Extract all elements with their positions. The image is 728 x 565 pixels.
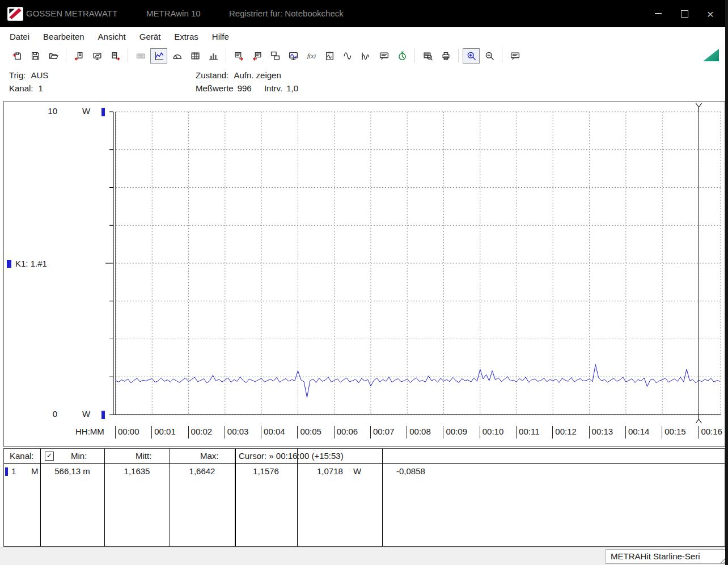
wave2-icon	[361, 51, 371, 61]
signal-zoom-button[interactable]	[339, 48, 356, 64]
y-min-label: 0	[39, 409, 57, 419]
title-bar[interactable]: GOSSEN METRAWATT METRAwin 10 Registriert…	[0, 0, 728, 27]
x-tick-label: 00:06	[334, 426, 358, 438]
menu-item-bearbeiten[interactable]: Bearbeiten	[36, 29, 91, 44]
y-max-label: 10	[39, 106, 57, 116]
x-tick-label: 00:15	[662, 426, 686, 438]
kanal-value: 1	[39, 83, 43, 93]
menu-item-extras[interactable]: Extras	[167, 29, 205, 44]
x-axis-labels: HH:MM 00:0000:0100:0200:0300:0400:0500:0…	[4, 425, 725, 440]
row-mode: M	[31, 466, 39, 476]
x-tick-label: 00:05	[297, 426, 321, 438]
trig-value: AUS	[31, 70, 48, 80]
header-divider	[4, 463, 725, 464]
registration-text: Registriert für: Notebookcheck	[229, 9, 344, 18]
linechart-icon	[154, 51, 164, 61]
x-tick-label: 00:16	[698, 426, 722, 438]
save-file-button[interactable]	[27, 48, 44, 64]
row-mitt: 1,1635	[104, 466, 170, 476]
fx-icon	[307, 51, 316, 61]
table-view-button[interactable]	[187, 48, 204, 64]
header-cursor: Cursor: » 00:16:00 (+15:53)	[239, 451, 344, 461]
toolbar-separator	[458, 49, 459, 62]
menu-item-ansicht[interactable]: Ansicht	[91, 29, 133, 44]
status-bar: METRAHit Starline-Seri	[0, 547, 728, 565]
row-unit: W	[353, 466, 361, 476]
note-icon	[379, 51, 389, 61]
formula-editor-button[interactable]	[303, 48, 320, 64]
open-file-button[interactable]	[45, 48, 62, 64]
win-tile-icon	[270, 51, 280, 61]
row-channel-marker	[5, 467, 8, 476]
close-button[interactable]: ×	[697, 0, 723, 27]
y-unit-top: W	[82, 106, 90, 116]
brand-text: GOSSEN METRAWATT	[26, 9, 117, 18]
toolbar-separator	[414, 49, 415, 62]
keyboard-icon	[136, 51, 146, 61]
import-file-button[interactable]	[9, 48, 26, 64]
import-window-button[interactable]	[248, 48, 265, 64]
status-panel: Trig:AUS Kanal:1 Zustand:Aufn. zeigen Me…	[0, 65, 728, 100]
maximize-button[interactable]	[671, 0, 697, 27]
send-to-device-button[interactable]	[107, 48, 124, 64]
doc-out-icon	[111, 51, 120, 61]
x-tick-label: 00:10	[480, 426, 504, 438]
stats-table: Kanal: ✓ Min: Mitt: Max: Cursor: » 00:16…	[3, 448, 725, 547]
print-button[interactable]	[437, 48, 454, 64]
metrawin-window: GOSSEN METRAWATT METRAwin 10 Registriert…	[0, 0, 728, 565]
x-tick-label: 00:00	[115, 426, 139, 438]
x-tick-label: 00:01	[151, 426, 176, 438]
menu-item-hilfe[interactable]: Hilfe	[205, 29, 236, 44]
disk-in-icon	[12, 51, 22, 61]
row-cursor-value: 1,1576	[235, 466, 297, 476]
menu-item-geraet[interactable]: Gerät	[133, 29, 168, 44]
note-icon	[510, 51, 520, 61]
header-max: Max:	[200, 451, 219, 461]
row-min: 566,13 m	[40, 466, 104, 476]
minimize-button[interactable]	[645, 0, 671, 27]
chart-panel: 10 W 0 W K1: 1.#1 HH:MM 00:0000:0100:020…	[3, 101, 725, 447]
read-from-device-button[interactable]	[70, 48, 87, 64]
record-timer-button[interactable]	[393, 48, 410, 64]
doc-in-icon	[74, 51, 84, 61]
device-field: METRAHit Starline-Seri	[606, 549, 727, 564]
print-preview-button[interactable]	[419, 48, 436, 64]
channel-color-marker	[7, 260, 11, 268]
header-mitt: Mitt:	[136, 451, 151, 461]
arrange-windows-button[interactable]	[266, 48, 283, 64]
analog-gauge-view-button[interactable]	[168, 48, 185, 64]
messwerte-value: 996	[238, 83, 252, 93]
zoom-out-icon	[485, 51, 494, 61]
y-unit-bottom: W	[82, 409, 90, 419]
clip-icon	[325, 51, 335, 61]
intrv-value: 1,0	[286, 83, 298, 93]
window-controls: ×	[645, 0, 723, 27]
win-in-icon	[252, 51, 262, 61]
multimeter-view-button[interactable]	[132, 48, 149, 64]
x-tick-label: 00:12	[552, 426, 577, 438]
plot-area[interactable]	[116, 112, 721, 415]
menu-item-datei[interactable]: Datei	[3, 29, 36, 44]
gauge-icon	[172, 51, 182, 61]
export-window-button[interactable]	[230, 48, 247, 64]
zoom-in-mode-button[interactable]	[463, 48, 480, 64]
x-tick-label: 00:07	[370, 426, 395, 438]
bargraph-view-button[interactable]	[205, 48, 222, 64]
chart-view-button[interactable]	[150, 48, 167, 64]
device-online-display-button[interactable]	[88, 48, 105, 64]
notes-button[interactable]	[375, 48, 392, 64]
signal-overview-button[interactable]	[357, 48, 374, 64]
zoom-out-button[interactable]	[481, 48, 498, 64]
annotation-button[interactable]	[506, 48, 523, 64]
zoom-icon	[467, 51, 476, 61]
resize-grip[interactable]	[719, 557, 727, 564]
y-axis-marker-bottom	[101, 411, 105, 419]
toolbar-separator	[128, 49, 128, 62]
monitor-icon	[289, 51, 298, 61]
disk-icon	[31, 51, 40, 61]
channel-visible-checkbox[interactable]: ✓	[45, 452, 54, 461]
online-monitor-button[interactable]	[285, 48, 302, 64]
x-tick-label: 00:04	[261, 426, 285, 438]
row-max: 1,6642	[170, 466, 235, 476]
screen-copy-button[interactable]	[321, 48, 338, 64]
